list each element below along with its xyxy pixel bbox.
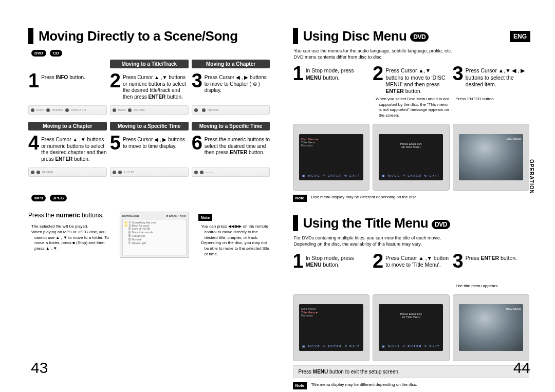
- info-strip: 001/040: [192, 105, 270, 115]
- titlemenu-note: Title menu display may be different depe…: [311, 382, 417, 388]
- title-step-2-text: Press Cursor ▲ ,▼ button to move to 'Tit…: [385, 253, 449, 268]
- tv-thumb-photo: TITLE MENU: [453, 294, 530, 361]
- disc-note-row: Note Disc menu display may be different …: [293, 195, 530, 202]
- step-3-text: Press Cursor ◀ , ▶ buttons to move to Ch…: [205, 72, 270, 94]
- info-strip: --:--:--: [192, 167, 270, 177]
- disc-tvs: Disc Menu ▸Title MenuFunction▣ MOVE ⏎ EN…: [293, 121, 530, 191]
- titlemenu-tv-notes: The title menu appears.: [293, 284, 530, 289]
- file-browser-thumb: DOWNLOAD ■ SMART NAVI 📁 ① Something like…: [120, 212, 189, 258]
- disc-tvnote-2: When you select Disc Menu and it is not …: [376, 97, 450, 119]
- title-step-3: 3 Press ENTER button.: [453, 253, 530, 282]
- titlemenu-steps: 1 In Stop mode, press MENU button. 2 Pre…: [293, 253, 530, 282]
- mp3-row: Press the numeric buttons. The selected …: [28, 212, 270, 258]
- disc-step-3-text: Press Cursor ▲,▼ ◀ , ▶ buttons to select…: [466, 65, 529, 87]
- title-bar-title-menu: Using the Title Menu DVD: [293, 215, 530, 231]
- badge-dvd: DVD: [31, 50, 46, 57]
- section-title: Using the Title Menu DVD: [303, 215, 530, 231]
- section-subtitle: For DVDs containing multiple titles, you…: [294, 235, 530, 247]
- row-a-steps: 1 Press INFO button. 2 Press Cursor ▲ ,▼…: [28, 72, 270, 101]
- page-title: Moving Directly to a Scene/Song: [39, 28, 270, 44]
- section-title: Using Disc Menu DVD: [303, 28, 530, 44]
- note-bullet-2: Depending on the disc, you may not be ab…: [201, 240, 270, 257]
- info-strip: 025/040: [28, 167, 107, 177]
- step-5: 5 Press Cursor ◀ , ▶ buttons to move to …: [110, 135, 189, 163]
- badge-cd: CD: [50, 50, 62, 57]
- step-5-text: Press Cursor ◀ , ▶ buttons to move to ti…: [123, 135, 189, 150]
- disc-tvnote-3: Press ENTER button.: [456, 97, 530, 119]
- mp3-text-col: Press the numeric buttons. The selected …: [28, 212, 110, 252]
- title-bar-left: Moving Directly to a Scene/Song: [28, 28, 270, 44]
- disc-steps: 1 In Stop mode, press MENU button. 2 Pre…: [293, 65, 530, 95]
- badge-dvd: DVD: [410, 32, 429, 42]
- disc-tv-notes: When you select Disc Menu and it is not …: [293, 97, 530, 119]
- row-a-headers: Moving to a Title/Track Moving to a Chap…: [28, 60, 270, 70]
- tv-thumb: Press Enter keyfor Title Menu▣ MOVE ⏎ EN…: [373, 294, 450, 361]
- header-title-track: Moving to a Title/Track: [110, 60, 189, 68]
- window-body: 📁 ① Something like you 📁 ② Back for good…: [122, 219, 187, 255]
- disc-step-2-text: Press Cursor ▲,▼ buttons to move to 'DIS…: [385, 65, 449, 95]
- header-chapter-2: Moving to a Chapter: [28, 122, 107, 130]
- title-step-1: 1 In Stop mode, press MENU button.: [293, 253, 370, 282]
- exit-instruction-bar: Press MENU button to exit the setup scre…: [293, 365, 530, 378]
- window-title-left: DOWNLOAD: [122, 214, 139, 217]
- title-tvnote-3: The title menu appears.: [456, 284, 530, 289]
- step-4: 4 Press Cursor ▲ ,▼ buttons or numeric b…: [28, 135, 107, 163]
- page-number-right: 44: [513, 359, 530, 377]
- badge-jpeg: JPEG: [50, 195, 67, 201]
- title-bar-disc: Using Disc Menu DVD: [293, 28, 530, 44]
- badge-mp3: MP3: [31, 195, 46, 201]
- header-time-1: Moving to a Specific Time: [110, 122, 189, 130]
- disc-step-2: 2 Press Cursor ▲,▼ buttons to move to 'D…: [373, 65, 450, 95]
- header-chapter: Moving to a Chapter: [192, 60, 270, 68]
- window-title-right: ■ SMART NAVI: [166, 214, 187, 217]
- disc-step-3: 3 Press Cursor ▲,▼ ◀ , ▶ buttons to sele…: [453, 65, 530, 95]
- section-subtitle: You can use the menus for the audio lang…: [294, 48, 530, 60]
- info-strip: 02/04001/002: [110, 105, 189, 115]
- section-title-menu: Using the Title Menu DVD For DVDs contai…: [293, 215, 530, 389]
- title-step-3-text: Press ENTER button.: [466, 253, 517, 262]
- disc-step-1: 1 In Stop mode, press MENU button.: [293, 65, 370, 95]
- mp3-bullet-1: The selected file will be played.: [31, 224, 110, 230]
- tv-thumb: Press Enter keyfor Disc Menu▣ MOVE ⏎ ENT…: [373, 124, 450, 191]
- mp3-bullet-2: When playing an MP3 or JPEG disc, you ca…: [31, 230, 110, 252]
- titlemenu-tvs: Disc MenuTitle Menu ▸Function▣ MOVE ⏎ EN…: [293, 291, 530, 361]
- step-6: 6 Press the numeric buttons to select th…: [192, 135, 270, 163]
- tv-thumb-photo: DISC MENU: [453, 124, 530, 191]
- step-4-text: Press Cursor ▲ ,▼ buttons or numeric but…: [41, 135, 107, 162]
- step-2-text: Press Cursor ▲ ,▼ buttons or numeric but…: [123, 72, 189, 100]
- mp3-badges: MP3 JPEG: [31, 193, 270, 202]
- titlemenu-note-row: Note Title menu display may be different…: [293, 382, 530, 389]
- section-disc-menu: Using Disc Menu DVD You can use the menu…: [293, 28, 530, 202]
- note-label: Note: [293, 382, 307, 389]
- title-step-2: 2 Press Cursor ▲ ,▼ button to move to 'T…: [373, 253, 450, 282]
- tv-thumb: Disc MenuTitle Menu ▸Function▣ MOVE ⏎ EN…: [293, 294, 370, 361]
- disc-badges: DVD CD: [31, 48, 270, 58]
- row-b-headers: Moving to a Chapter Moving to a Specific…: [28, 122, 270, 133]
- step-2: 2 Press Cursor ▲ ,▼ buttons or numeric b…: [110, 72, 189, 101]
- row-b-strips: 025/040 1:17:30 --:--:--: [28, 165, 270, 182]
- row-b-steps: 4 Press Cursor ▲ ,▼ buttons or numeric b…: [28, 135, 270, 163]
- disc-note: Disc menu display may be different depen…: [311, 195, 417, 200]
- mp3-instruction: Press the numeric buttons.: [28, 212, 110, 219]
- page-right: Using Disc Menu DVD You can use the menu…: [282, 28, 535, 377]
- tv-thumb: Disc Menu ▸Title MenuFunction▣ MOVE ⏎ EN…: [293, 124, 370, 191]
- info-strip: 1:17:30: [110, 167, 189, 177]
- note-label: Note: [293, 195, 307, 202]
- header-time-2: Moving to a Specific Time: [192, 122, 270, 130]
- step-1-text: Press INFO button.: [41, 72, 85, 81]
- title-step-1-text: In Stop mode, press MENU button.: [306, 253, 369, 268]
- page-number-left: 43: [31, 359, 48, 377]
- step-1: 1 Press INFO button.: [28, 72, 107, 101]
- mp3-note-col: Note You can press ◀◀ ▶▶ on the remote c…: [198, 212, 270, 257]
- badge-dvd: DVD: [432, 220, 450, 229]
- step-3: 3 Press Cursor ◀ , ▶ buttons to move to …: [192, 72, 270, 101]
- page-left: Moving Directly to a Scene/Song DVD CD M…: [28, 28, 282, 377]
- info-strip: 01/04001/0400:00:37 1/1: [28, 105, 107, 115]
- row-a-strips: 01/04001/0400:00:37 1/1 02/04001/002 001…: [28, 103, 270, 120]
- disc-step-1-text: In Stop mode, press MENU button.: [306, 65, 369, 81]
- note-label: Note: [198, 214, 213, 221]
- note-bullet-1: You can press ◀◀ ▶▶ on the remote contro…: [201, 224, 270, 240]
- step-6-text: Press the numeric buttons to select the …: [205, 135, 270, 156]
